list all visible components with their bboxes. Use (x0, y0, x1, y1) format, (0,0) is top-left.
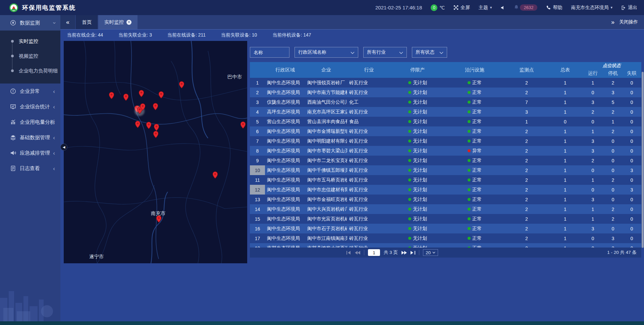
cell-total-meters: 1 (548, 109, 582, 115)
table-row[interactable]: 7阆中生态环境局阆中明阳建材有限公司砖瓦行业无计划正常21300 (250, 136, 641, 146)
sidebar-subitem-realtime[interactable]: 实时监控 (0, 34, 60, 49)
tab-realtime[interactable]: 实时监控✕ (98, 15, 138, 29)
cell-treatment-status: 正常 (444, 177, 505, 183)
speaker-icon (501, 5, 505, 10)
tab-home[interactable]: 首页 (76, 15, 98, 29)
sidebar-subitem-power-load[interactable]: 企业电力负荷明细 (0, 63, 60, 78)
map-pin-icon[interactable] (139, 90, 144, 97)
cell-monitor-points: 2 (505, 226, 548, 231)
cell-running: 3 (582, 148, 604, 154)
prev-page-button[interactable] (355, 251, 360, 255)
sidebar-subitem-video[interactable]: 视频监控 (0, 49, 60, 63)
cell-running: 0 (582, 119, 604, 124)
table-row[interactable]: 18南部生态环境局南部县鸿发小河页岩砖砖瓦行业无计划正常21030 (250, 243, 641, 248)
sidebar-item-data-monitor[interactable]: 数据监测‹ (0, 15, 60, 31)
theme-label: 主题 (479, 5, 488, 11)
table-row[interactable]: 11阆中生态环境局阆中市五马桥页岩机砖砖瓦行业无计划正常21120 (250, 175, 641, 185)
sidebar-item-label: 应急减排管理 (20, 150, 50, 156)
help-button[interactable]: 帮助 (546, 5, 562, 11)
table-row[interactable]: 9阆中生态环境局阆中市二龙长宝页岩砖砖瓦行业无计划正常21200 (250, 156, 641, 165)
close-operations-button[interactable]: 关闭操作 (619, 19, 638, 25)
row-number: 7 (250, 136, 265, 146)
table-row[interactable]: 17阆中生态环境局阆中市江南镇阆南页岩砖瓦行业无计划正常21030 (250, 233, 641, 243)
megaphone-icon (10, 150, 16, 156)
collapse-left-icon[interactable]: ◀ (60, 144, 67, 151)
sidebar-item-logs[interactable]: 日志查看‹ (0, 161, 60, 176)
sidebar-item-ent-stats[interactable]: 企业综合统计‹ (0, 99, 60, 114)
row-number: 9 (250, 156, 265, 165)
map-pin-icon[interactable] (240, 121, 246, 129)
map-pin-icon[interactable] (123, 94, 129, 101)
page-number-input[interactable]: 1 (368, 249, 380, 256)
theme-dropdown[interactable]: 主题 ▾ (479, 5, 492, 11)
exit-button[interactable]: 退出 (621, 5, 637, 11)
fullscreen-button[interactable]: 全屏 (453, 5, 470, 11)
cell-running: 0 (582, 90, 604, 95)
tabs-scroll-left-button[interactable]: « (60, 15, 75, 29)
table-row[interactable]: 1阆中生态环境局阆中强锐页岩砖厂砖瓦行业无计划正常21120 (250, 78, 641, 88)
table-row[interactable]: 5营山生态环境局营山县润丰肉食品有限食品无计划正常10010 (250, 117, 641, 126)
status-dot-green (408, 227, 411, 230)
map-panel[interactable]: 巴中市南充市遂宁市 (64, 41, 247, 263)
close-circle-icon[interactable]: ✕ (126, 20, 131, 25)
last-page-button[interactable] (411, 251, 415, 255)
table-row[interactable]: 3仪陇生态环境局西南油气田分公司川中化工无计划正常71350 (250, 97, 641, 107)
cell-total-meters: 1 (548, 139, 582, 144)
row-number: 5 (250, 117, 265, 126)
map-pin-icon[interactable] (140, 103, 146, 111)
table-row[interactable]: 15阆中生态环境局阆中市光富页岩机砖厂砖瓦行业无计划正常21120 (250, 214, 641, 224)
sidebar-item-base-data[interactable]: 基础数据管理‹ (0, 130, 60, 145)
tab-label: 首页 (82, 19, 92, 25)
map-pin-icon[interactable] (153, 131, 159, 138)
name-filter-input[interactable] (250, 47, 289, 58)
cell-limit-status: 无计划 (391, 235, 444, 241)
table-row[interactable]: 4高坪生态环境局南充市高坪区王家店建砖瓦行业无计划正常31220 (250, 107, 641, 117)
table-row[interactable]: 6阆中生态环境局阆中市金博瑞新型墙材砖瓦行业无计划正常21120 (250, 126, 641, 136)
cell-stopped: 2 (604, 216, 622, 222)
cell-region: 阆中生态环境局 (265, 148, 305, 154)
next-page-button[interactable] (401, 251, 407, 255)
map-pin-icon[interactable] (154, 124, 159, 131)
cell-region: 阆中生态环境局 (265, 158, 305, 164)
cell-lost: 3 (622, 187, 641, 193)
status-dot-green (408, 81, 411, 84)
vertical-scrollbar[interactable] (642, 72, 644, 248)
cell-stopped: 3 (604, 236, 622, 241)
table-row[interactable]: 13阆中生态环境局阆中市金福旺页岩机砖砖瓦行业无计划正常21300 (250, 195, 641, 204)
notification-area[interactable]: 2632 (514, 4, 538, 11)
sidebar-item-label: 企业异常 (20, 88, 40, 95)
map-pin-icon[interactable] (146, 122, 152, 129)
sidebar-item-ent-abnormal[interactable]: 企业异常‹ (0, 84, 60, 99)
org-dropdown[interactable]: 南充市生态环境局 ▾ (571, 5, 612, 11)
status-summary-bar: 当前在线企业: 44当前失联企业: 3当前在线设备: 211当前失联设备: 10… (64, 31, 641, 40)
tabs-scroll-right-button[interactable]: » (611, 19, 614, 26)
page-size-select[interactable]: 20 (423, 249, 438, 256)
first-page-button[interactable] (346, 251, 351, 255)
map-pin-icon[interactable] (158, 91, 164, 99)
map-pin-icon[interactable] (135, 121, 141, 128)
cell-region: 仪陇生态环境局 (265, 99, 305, 105)
sidebar-item-ent-power[interactable]: 企业用电量分析‹ (0, 114, 60, 130)
map-pin-icon[interactable] (153, 103, 158, 110)
map-pin-icon[interactable] (156, 215, 162, 223)
table-row[interactable]: 2阆中生态环境局阆中市南方节能建材有砖瓦行业无计划正常21030 (250, 88, 641, 97)
sound-toggle[interactable] (501, 5, 505, 10)
industry-filter-select[interactable]: 所有行业 (363, 47, 407, 58)
cell-stopped: 0 (604, 168, 622, 173)
table-row[interactable]: 8阆中生态环境局阆中市枣碧大梁山页岩砖瓦行业无计划异常21300 (250, 146, 641, 156)
table-row[interactable]: 12阆中生态环境局阆中市忠信建材有限公砖瓦行业无计划正常21003 (250, 185, 641, 195)
tab-label: 实时监控 (104, 19, 124, 25)
region-filter-select[interactable]: 行政区域名称 (294, 47, 358, 58)
cell-total-meters: 1 (548, 236, 582, 241)
map-pin-icon[interactable] (109, 92, 114, 99)
sidebar-item-emergency[interactable]: 应急减排管理‹ (0, 145, 60, 161)
table-row[interactable]: 10阆中生态环境局阆中千佛镇五郎垭页岩砖瓦行业无计划正常21003 (250, 165, 641, 175)
col-header-stop: 停机 (608, 70, 618, 76)
cell-treatment-status: 正常 (444, 245, 505, 248)
table-row[interactable]: 16阆中生态环境局阆中市石子页岩机砖厂砖瓦行业无计划正常21300 (250, 224, 641, 233)
cell-running: 1 (582, 129, 604, 134)
map-pin-icon[interactable] (179, 81, 184, 89)
map-pin-icon[interactable] (212, 171, 218, 179)
status-filter-select[interactable]: 所有状态 (412, 47, 447, 58)
table-row[interactable]: 14阆中生态环境局阆中大兴页岩机砖厂砖瓦行业无计划正常21120 (250, 204, 641, 214)
